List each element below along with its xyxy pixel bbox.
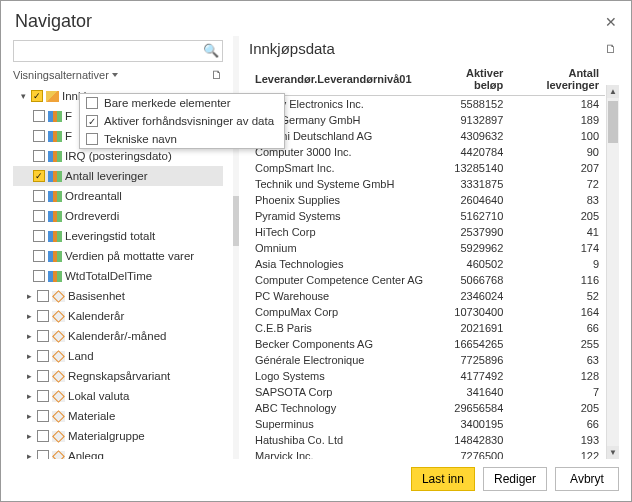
search-input[interactable] <box>13 40 223 62</box>
tree-item[interactable]: ▸Materiale <box>13 406 223 426</box>
table-row[interactable]: Omnium5929962174 <box>249 240 605 256</box>
expand-icon[interactable]: ▸ <box>25 291 34 301</box>
tree-item-label: Materialgruppe <box>68 430 145 442</box>
popup-checkbox[interactable] <box>86 97 98 109</box>
tree-item[interactable]: WtdTotalDelTime <box>13 266 223 286</box>
tree-item[interactable]: ✓Antall leveringer <box>13 166 223 186</box>
close-icon[interactable]: ✕ <box>605 14 617 30</box>
tree-item[interactable]: Ordreantall <box>13 186 223 206</box>
cancel-button[interactable]: Avbryt <box>555 467 619 491</box>
table-cell: 5066768 <box>429 272 509 288</box>
tree-item[interactable]: ▸Regnskapsårvariant <box>13 366 223 386</box>
column-header[interactable]: Leverandør.Leverandørnivå01 <box>249 63 429 96</box>
checkbox[interactable] <box>37 370 49 382</box>
expand-icon[interactable]: ▸ <box>25 351 34 361</box>
caret-down-icon <box>112 73 118 77</box>
checkbox[interactable]: ✓ <box>33 170 45 182</box>
checkbox[interactable] <box>33 250 45 262</box>
tree-item[interactable]: ▸Basisenhet <box>13 286 223 306</box>
expand-icon[interactable]: ▸ <box>25 431 34 441</box>
table-row[interactable]: PAQ Germany GmbH9132897189 <box>249 112 605 128</box>
measure-icon <box>48 111 62 122</box>
table-cell: 4177492 <box>429 368 509 384</box>
preview-refresh-icon[interactable]: 🗋 <box>605 42 617 56</box>
table-row[interactable]: Générale Electronique772589663 <box>249 352 605 368</box>
table-scrollbar[interactable]: ▲ ▼ <box>606 85 619 459</box>
column-header[interactable]: Antall leveringer <box>509 63 605 96</box>
table-row[interactable]: Sunny Electronics Inc.5588152184 <box>249 96 605 113</box>
tree-item[interactable]: ▸Kalenderår <box>13 306 223 326</box>
table-row[interactable]: ABC Technology29656584205 <box>249 400 605 416</box>
table-row[interactable]: Hatushiba Co. Ltd14842830193 <box>249 432 605 448</box>
checkbox[interactable] <box>33 270 45 282</box>
table-row[interactable]: PC Warehouse234602452 <box>249 288 605 304</box>
expand-icon[interactable]: ▸ <box>25 411 34 421</box>
checkbox[interactable] <box>37 310 49 322</box>
table-cell: PC Warehouse <box>249 288 429 304</box>
checkbox[interactable] <box>33 210 45 222</box>
checkbox[interactable] <box>33 150 45 162</box>
tree-item[interactable]: ▸Materialgruppe <box>13 426 223 446</box>
checkbox[interactable] <box>37 430 49 442</box>
checkbox[interactable] <box>37 350 49 362</box>
table-row[interactable]: SAPSOTA Corp3416407 <box>249 384 605 400</box>
table-row[interactable]: HiTech Corp253799041 <box>249 224 605 240</box>
table-row[interactable]: Pyramid Systems5162710205 <box>249 208 605 224</box>
table-cell: Hatushiba Co. Ltd <box>249 432 429 448</box>
tree-item[interactable]: ▸Lokal valuta <box>13 386 223 406</box>
checkbox[interactable] <box>33 130 45 142</box>
tree-item[interactable]: ▸Land <box>13 346 223 366</box>
table-row[interactable]: Superminus340019566 <box>249 416 605 432</box>
scroll-down-icon[interactable]: ▼ <box>607 446 619 459</box>
popup-item[interactable]: Aktiver forhåndsvisninger av data <box>80 112 284 130</box>
expand-icon[interactable]: ▸ <box>25 311 34 321</box>
tree-item-label: Antall leveringer <box>65 170 147 182</box>
checkbox[interactable] <box>33 190 45 202</box>
checkbox[interactable] <box>33 230 45 242</box>
table-cell: Becker Components AG <box>249 336 429 352</box>
table-row[interactable]: Phoenix Supplies260464083 <box>249 192 605 208</box>
popup-item[interactable]: Tekniske navn <box>80 130 284 148</box>
table-row[interactable]: CompuMax Corp10730400164 <box>249 304 605 320</box>
expand-icon[interactable]: ▸ <box>25 391 34 401</box>
table-row[interactable]: CompSmart Inc.13285140207 <box>249 160 605 176</box>
popup-item[interactable]: Bare merkede elementer <box>80 94 284 112</box>
popup-checkbox[interactable] <box>86 115 98 127</box>
tree-item[interactable]: ▸Kalenderår/-måned <box>13 326 223 346</box>
scroll-up-icon[interactable]: ▲ <box>607 85 619 98</box>
table-row[interactable]: Marvick Inc.7276500122 <box>249 448 605 459</box>
table-row[interactable]: Logo Systems4177492128 <box>249 368 605 384</box>
edit-button[interactable]: Rediger <box>483 467 547 491</box>
checkbox[interactable] <box>37 410 49 422</box>
table-row[interactable]: Jotachi Deutschland AG4309632100 <box>249 128 605 144</box>
table-row[interactable]: Technik und Systeme GmbH333187572 <box>249 176 605 192</box>
table-row[interactable]: Becker Components AG16654265255 <box>249 336 605 352</box>
checkbox[interactable] <box>37 330 49 342</box>
tree-item[interactable]: IRQ (posteringsdato) <box>13 146 223 166</box>
table-row[interactable]: Asia Technologies4605029 <box>249 256 605 272</box>
checkbox[interactable] <box>37 290 49 302</box>
checkbox[interactable]: ✓ <box>31 90 43 102</box>
expand-icon[interactable]: ▸ <box>25 371 34 381</box>
display-options-dropdown[interactable]: Visningsalternativer <box>13 69 118 81</box>
refresh-icon[interactable]: 🗋 <box>211 68 223 82</box>
checkbox[interactable] <box>37 450 49 459</box>
tree-item[interactable]: ▸Anlegg <box>13 446 223 459</box>
table-row[interactable]: Computer Competence Center AG5066768116 <box>249 272 605 288</box>
table-cell: 255 <box>509 336 605 352</box>
expand-icon[interactable]: ▾ <box>19 91 28 101</box>
expand-icon[interactable]: ▸ <box>25 451 34 459</box>
tree-item[interactable]: Leveringstid totalt <box>13 226 223 246</box>
search-icon[interactable]: 🔍 <box>203 43 219 58</box>
column-header[interactable]: Aktiver beløp <box>429 63 509 96</box>
expand-icon[interactable]: ▸ <box>25 331 34 341</box>
popup-checkbox[interactable] <box>86 133 98 145</box>
table-row[interactable]: C.E.B Paris202169166 <box>249 320 605 336</box>
checkbox[interactable] <box>33 110 45 122</box>
load-button[interactable]: Last inn <box>411 467 475 491</box>
checkbox[interactable] <box>37 390 49 402</box>
tree-item[interactable]: Ordreverdi <box>13 206 223 226</box>
scroll-thumb[interactable] <box>608 101 618 143</box>
table-row[interactable]: Computer 3000 Inc.442078490 <box>249 144 605 160</box>
tree-item[interactable]: Verdien på mottatte varer <box>13 246 223 266</box>
